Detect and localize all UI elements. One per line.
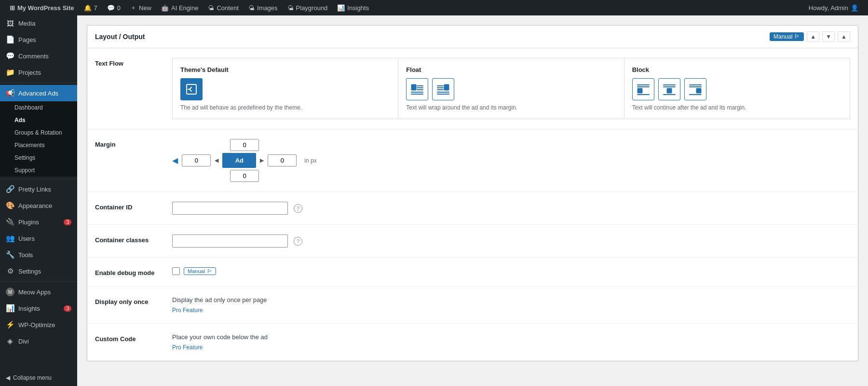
margin-content: 0 ◀ 0 ◀ Ad ▶ 0 in px 0 — [172, 139, 850, 182]
custom-code-label: Custom Code — [95, 333, 172, 343]
sidebar-item-pretty-links[interactable]: 🔗 Pretty Links — [0, 181, 77, 197]
margin-top-input[interactable]: 0 — [230, 139, 259, 151]
adminbar-new[interactable]: ＋ New — [125, 0, 156, 15]
submenu-dashboard[interactable]: Dashboard — [0, 101, 77, 114]
container-classes-help-icon[interactable]: ? — [294, 237, 302, 246]
custom-code-section: Custom Code Place your own code below th… — [87, 324, 858, 361]
comments-icon: 💬 — [107, 4, 115, 12]
margin-label: Margin — [95, 139, 172, 148]
tools-icon: 🔧 — [6, 250, 14, 259]
text-flow-float[interactable]: Float — [398, 58, 624, 119]
ai-icon: 🤖 — [161, 4, 169, 12]
sidebar-item-users[interactable]: 👥 Users — [0, 230, 77, 247]
sidebar-item-advanced-ads[interactable]: 📢 Advanced Ads — [0, 85, 77, 101]
adminbar-playground[interactable]: 🌤 Playground — [283, 0, 333, 15]
float-icon-wrap — [406, 78, 616, 100]
float-left-icon — [406, 78, 428, 100]
debug-mode-label: Enable debug mode — [95, 267, 172, 276]
plus-icon: ＋ — [130, 3, 136, 12]
submenu-settings[interactable]: Settings — [0, 152, 77, 164]
text-flow-block[interactable]: Block — [624, 58, 850, 119]
flag-icon: 🏳 — [794, 33, 800, 40]
themes-default-icon — [180, 78, 203, 100]
adminbar-site-name[interactable]: ⊞ My WordPress Site — [5, 0, 79, 15]
advanced-ads-icon: 📢 — [6, 89, 14, 97]
adminbar-content[interactable]: 🌤 Content — [203, 0, 244, 15]
display-only-once-desc: Display the ad only once per page — [172, 296, 850, 303]
adminbar-ai-engine[interactable]: 🤖 AI Engine — [156, 0, 203, 15]
sidebar-item-plugins[interactable]: 🔌 Plugins 3 — [0, 214, 77, 230]
panel-collapse-button[interactable]: ▲ — [838, 31, 850, 42]
in-px-label: in px — [304, 157, 316, 164]
container-id-section: Container ID ? — [87, 192, 858, 225]
display-only-once-pro-link[interactable]: Pro Feature — [172, 307, 203, 314]
admin-bar: ⊞ My WordPress Site 🔔 7 💬 0 ＋ New 🤖 AI E… — [0, 0, 868, 15]
adminbar-notif[interactable]: 🔔 7 — [79, 0, 102, 15]
debug-mode-section: Enable debug mode Manual 🏳 — [87, 258, 858, 287]
submenu-placements[interactable]: Placements — [0, 139, 77, 152]
collapse-menu-button[interactable]: ◀ Collapse menu — [0, 370, 77, 386]
sidebar-item-settings[interactable]: ⚙ Settings — [0, 263, 77, 279]
adminbar-comments[interactable]: 💬 0 — [102, 0, 125, 15]
wp-logo-icon: ⊞ — [10, 4, 15, 12]
adminbar-insights[interactable]: 📊 Insights — [332, 0, 374, 15]
plugins-icon: 🔌 — [6, 218, 14, 226]
panel-controls: Manual 🏳 ▲ ▼ ▲ — [770, 31, 850, 42]
submenu-groups-rotation[interactable]: Groups & Rotation — [0, 126, 77, 139]
advanced-ads-submenu: Dashboard Ads Groups & Rotation Placemen… — [0, 101, 77, 177]
container-classes-label: Container classes — [95, 234, 172, 244]
container-id-help-icon[interactable]: ? — [294, 204, 302, 213]
custom-code-desc: Place your own code below the ad — [172, 333, 850, 341]
sidebar-item-wp-optimize[interactable]: ⚡ WP-Optimize — [0, 317, 77, 333]
appearance-icon: 🎨 — [6, 201, 14, 210]
collapse-icon: ◀ — [6, 374, 10, 381]
margin-middle-row: ◀ 0 ◀ Ad ▶ 0 in px — [172, 153, 316, 168]
svg-rect-15 — [637, 88, 642, 93]
adminbar-images[interactable]: 🌤 Images — [244, 0, 283, 15]
sidebar-item-tools[interactable]: 🔧 Tools — [0, 247, 77, 263]
container-id-content: ? — [172, 202, 850, 215]
sidebar-item-comments[interactable]: 💬 Comments — [0, 48, 77, 64]
container-classes-input[interactable] — [172, 234, 288, 248]
flag-icon-debug: 🏳 — [207, 268, 212, 274]
margin-left-input[interactable]: 0 — [182, 154, 211, 166]
submenu-support[interactable]: Support — [0, 164, 77, 177]
debug-mode-content: Manual 🏳 — [172, 267, 850, 275]
adminbar-user[interactable]: Howdy, Admin 👤 — [804, 0, 863, 15]
meow-icon: M — [6, 288, 14, 296]
themes-default-icon-wrap — [180, 78, 390, 100]
debug-manual-badge: Manual 🏳 — [184, 267, 216, 275]
text-flow-options: Theme's Default The ad will behave as pr… — [172, 58, 850, 119]
block-icon-wrap — [632, 78, 842, 100]
display-only-once-label: Display only once — [95, 296, 172, 305]
wp-layout: 🖼 Media 📄 Pages 💬 Comments 📁 Projects 📢 … — [0, 15, 868, 386]
panel-down-button[interactable]: ▼ — [822, 31, 835, 42]
sidebar-item-meow-apps[interactable]: M Meow Apps — [0, 284, 77, 300]
block-left-icon — [632, 78, 654, 100]
sidebar-item-media[interactable]: 🖼 Media — [0, 15, 77, 31]
media-icon: 🖼 — [6, 19, 14, 28]
sidebar-item-insights[interactable]: 📊 Insights 3 — [0, 300, 77, 317]
text-flow-themes-default[interactable]: Theme's Default The ad will behave as pr… — [172, 58, 398, 119]
sidebar-item-appearance[interactable]: 🎨 Appearance — [0, 197, 77, 214]
playground-icon: 🌤 — [287, 4, 294, 12]
panel-up-button[interactable]: ▲ — [807, 31, 819, 42]
custom-code-pro-link[interactable]: Pro Feature — [172, 344, 203, 351]
text-flow-section: Text Flow Theme's Default — [87, 48, 858, 129]
debug-mode-checkbox[interactable] — [172, 267, 180, 275]
projects-icon: 📁 — [6, 68, 14, 77]
container-id-input[interactable] — [172, 202, 288, 215]
manual-badge: Manual 🏳 — [770, 32, 804, 41]
sidebar-item-divi[interactable]: ◈ Divi — [0, 333, 77, 349]
svg-rect-19 — [667, 88, 672, 93]
sidebar-item-pages[interactable]: 📄 Pages — [0, 31, 77, 48]
sidebar-item-projects[interactable]: 📁 Projects — [0, 64, 77, 81]
menu-separator-1 — [0, 83, 77, 83]
margin-left-arrow: ◀ — [172, 156, 178, 165]
submenu-ads[interactable]: Ads — [0, 114, 77, 126]
margin-right-input[interactable]: 0 — [268, 154, 297, 166]
container-id-label: Container ID — [95, 202, 172, 211]
insights-icon: 📊 — [337, 4, 345, 12]
margin-bottom-input[interactable]: 0 — [230, 170, 259, 182]
display-only-once-section: Display only once Display the ad only on… — [87, 287, 858, 324]
